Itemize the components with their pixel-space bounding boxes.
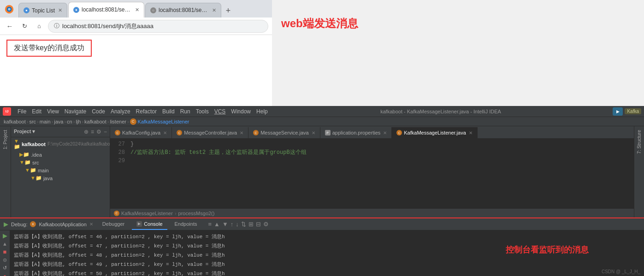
bc-listener: listener: [110, 119, 126, 124]
bc-java: java: [54, 119, 63, 124]
menu-tools[interactable]: Tools: [193, 107, 212, 116]
tab2-close[interactable]: ✕: [135, 7, 139, 13]
toolbar-settings2-icon[interactable]: ⚙: [263, 221, 269, 228]
tab3-close[interactable]: ✕: [212, 7, 216, 13]
tree-collapse-icon[interactable]: −: [104, 129, 107, 135]
debug-pause-btn[interactable]: ▲: [2, 241, 7, 247]
browser-tab-1[interactable]: ● Topic List ✕: [18, 3, 67, 18]
code-area: 27 28 29 } //监听器方法B: 监听 test2 主题，这个监听器是属…: [110, 138, 634, 208]
tree-row-idea[interactable]: ▶📁 .idea: [11, 151, 110, 159]
toolbar-prev-icon[interactable]: ↑: [230, 221, 234, 228]
toolbar-next-icon[interactable]: ↓: [236, 221, 239, 228]
browser-logo: [3, 3, 16, 16]
address-bar[interactable]: ⓘ localhost:8081/send/ljh/消息aaaaa: [48, 20, 268, 33]
debug-session-icon: K: [30, 221, 36, 227]
editor-tab-messageservice[interactable]: C MessageService.java✕: [248, 127, 320, 138]
menu-code[interactable]: Code: [89, 107, 108, 116]
debug-toolbar: ≡ ▲ ▼ ↑ ↓ ⇅ ⊞ ⊟ ⚙: [208, 221, 268, 228]
menu-window[interactable]: Window: [228, 107, 254, 116]
console-line-4: 监听器【A】收到消息, offset = 49 , partition=2 , …: [14, 260, 640, 269]
new-tab-button[interactable]: +: [222, 5, 234, 17]
debug-mute-btn[interactable]: ⊜: [3, 257, 7, 263]
web-annotation: web端发送消息: [281, 16, 358, 31]
tree-add-icon[interactable]: ⊕: [84, 129, 89, 135]
debug-tab-console[interactable]: ▶ Console: [132, 219, 167, 230]
toolbar-clear-icon[interactable]: ⊟: [256, 221, 261, 228]
browser-tab-bar: ● Topic List ✕ ● localhost:8081/send/ljh…: [0, 0, 272, 18]
debug-session-close[interactable]: ✕: [89, 222, 93, 227]
tree-row-java[interactable]: ▼📁 java: [11, 174, 110, 182]
console-annotation: 控制台看监听到的消息: [506, 244, 589, 255]
menu-run[interactable]: Run: [177, 107, 193, 116]
debug-restart-btn[interactable]: ↺: [3, 265, 7, 271]
ide-section: IJ File Edit View Navigate Code Analyze …: [0, 106, 644, 276]
menu-analyze[interactable]: Analyze: [108, 107, 133, 116]
debug-tab-endpoints[interactable]: Endpoints: [170, 219, 202, 230]
project-path: F:\myCode2024\kafka\kafkaboot: [47, 141, 110, 147]
debug-tab-debugger[interactable]: Debugger: [98, 219, 129, 230]
code-content: } //监听器方法B: 监听 test2 主题，这个监听器是属于groupB这个…: [127, 138, 634, 208]
toolbar-filter-icon[interactable]: ≡: [208, 221, 212, 228]
toolbar-soft-icon[interactable]: ⇅: [241, 221, 246, 228]
tree-sync-icon[interactable]: ≡: [91, 129, 94, 135]
bc-listener-class: KafkaMessageListener: [138, 119, 189, 124]
editor-tab-properties[interactable]: P application.properties✕: [320, 127, 392, 138]
tree-settings-icon[interactable]: ⚙: [96, 129, 101, 135]
method-breadcrumb: C KafkaMessageListener › processMsgo2(): [110, 208, 634, 217]
tree-row-main[interactable]: ▼📁 main: [11, 166, 110, 174]
menu-refactor[interactable]: Refactor: [133, 107, 160, 116]
debug-panel: ▶ Debug: K KafkabootApplication ✕ Debugg…: [0, 217, 644, 276]
svg-point-2: [8, 8, 11, 11]
back-button[interactable]: ←: [4, 20, 16, 32]
browser-content-box: 发送带key的消息成功: [6, 40, 92, 57]
debug-side-panel: ▶ ▲ ■ ⊜ ↺ ●: [0, 230, 10, 276]
method-name: processMsgo2(): [178, 211, 215, 216]
ide-kafka-label: Kafka: [625, 108, 641, 114]
watermark: CSDN @ _L_J_H_: [602, 269, 640, 274]
toolbar-down-icon[interactable]: ▼: [222, 221, 228, 228]
tab3-label: localhost:8081/sendNoKey/消息...: [159, 6, 209, 14]
tab1-close[interactable]: ✕: [58, 7, 62, 13]
ide-go-button[interactable]: ▶: [613, 107, 623, 116]
browser-tab-3[interactable]: ○ localhost:8081/sendNoKey/消息... ✕: [145, 3, 221, 18]
debug-resume-btn[interactable]: ▶: [3, 232, 7, 239]
breadcrumb-bar: kafkaboot› src› main› java› cn› ljh› kaf…: [0, 117, 644, 126]
console-line-1: 监听器【A】收到消息, offset = 46 , partition=2 , …: [14, 232, 640, 241]
editor-tab-kafkalistener[interactable]: C KafkaMessageListener.java✕: [392, 127, 478, 138]
debug-settings-btn[interactable]: ●: [3, 273, 7, 276]
project-name: kafkaboot: [22, 141, 46, 147]
menu-build[interactable]: Build: [160, 107, 177, 116]
editor-tab-kafkaconfig[interactable]: C KafkaConfig.java✕: [110, 127, 172, 138]
ide-menubar: IJ File Edit View Navigate Code Analyze …: [0, 106, 644, 117]
tree-row-project[interactable]: ▼📁 kafkaboot F:\myCode2024\kafka\kafkabo…: [11, 137, 110, 151]
debug-stop-btn[interactable]: ■: [3, 248, 7, 255]
bc-kafkaboot2: kafkaboot: [84, 119, 106, 124]
menu-view[interactable]: View: [44, 107, 62, 116]
sidebar-project-label[interactable]: 1: Project: [2, 128, 9, 151]
editor-tab-messagecontroller[interactable]: C MessageController.java✕: [172, 127, 248, 138]
toolbar-up-icon[interactable]: ▲: [214, 221, 220, 228]
code-comment-line: //监听器方法B: 监听 test2 主题，这个监听器是属于groupB这个组: [130, 149, 307, 156]
browser-content-wrapper: 发送带key的消息成功: [0, 35, 272, 106]
refresh-button[interactable]: ↻: [18, 20, 30, 32]
menu-file[interactable]: File: [15, 107, 29, 116]
console-line-5: 监听器【A】收到消息, offset = 50 , partition=2 , …: [14, 269, 640, 276]
tab1-label: Topic List: [32, 7, 55, 14]
editor-panel: C KafkaConfig.java✕ C MessageController.…: [110, 126, 634, 217]
browser-tab-2[interactable]: ● localhost:8081/send/ljh/消息aaa... ✕: [68, 2, 144, 18]
menu-vcs[interactable]: VCS: [212, 107, 229, 116]
tab2-label: localhost:8081/send/ljh/消息aaa...: [82, 6, 132, 14]
tree-toolbar: Project ▾ ⊕ ≡ ⚙ −: [11, 126, 110, 137]
file-tree-panel: Project ▾ ⊕ ≡ ⚙ − ▼📁 kafkaboot F:\myCode…: [11, 126, 110, 217]
menu-edit[interactable]: Edit: [29, 107, 44, 116]
security-icon: ⓘ: [54, 22, 59, 30]
structure-label[interactable]: 7: Structure: [636, 128, 643, 156]
tree-row-src[interactable]: ▼📁 src: [11, 159, 110, 166]
menu-navigate[interactable]: Navigate: [62, 107, 89, 116]
bc-main: main: [40, 119, 51, 124]
toolbar-copy-icon[interactable]: ⊞: [248, 221, 254, 228]
console-icon: ▶: [136, 221, 142, 227]
menu-help[interactable]: Help: [254, 107, 271, 116]
home-button[interactable]: ⌂: [33, 20, 45, 32]
ide-window-title: kafkaboot - KafkaMessageListener.java - …: [271, 109, 611, 114]
